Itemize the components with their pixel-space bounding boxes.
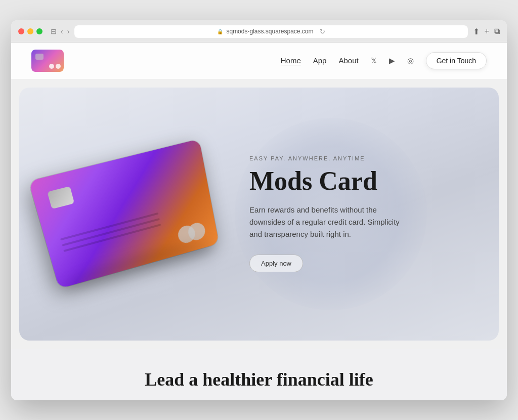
hero-eyebrow: EASY PAY. ANYWHERE. ANYTIME — [249, 155, 401, 161]
nav-home[interactable]: Home — [281, 56, 301, 65]
logo-dot-left — [49, 64, 54, 69]
website-content: Home App About 𝕏 ▶ ◎ Get in Touch — [11, 43, 507, 400]
traffic-lights — [18, 28, 42, 34]
instagram-icon[interactable]: ◎ — [407, 56, 414, 65]
browser-window: ⊟ ‹ › 🔒 sqmods-glass.squarespace.com ↻ ⬆… — [11, 20, 507, 400]
nav-about[interactable]: About — [338, 56, 358, 65]
twitter-icon[interactable]: 𝕏 — [371, 56, 377, 65]
share-icon[interactable]: ⬆ — [473, 27, 480, 36]
below-fold-title: Lead a healthier financial life — [31, 369, 487, 390]
hero-content: EASY PAY. ANYWHERE. ANYTIME Mods Card Ea… — [249, 155, 421, 272]
card-visual — [29, 139, 220, 288]
maximize-button[interactable] — [36, 28, 42, 34]
address-bar[interactable]: 🔒 sqmods-glass.squarespace.com ↻ — [74, 25, 467, 38]
logo-chip — [35, 54, 44, 60]
browser-nav-controls: ⊟ ‹ › — [51, 27, 69, 35]
hero-section: EASY PAY. ANYWHERE. ANYTIME Mods Card Ea… — [19, 88, 499, 341]
youtube-icon[interactable]: ▶ — [389, 56, 395, 65]
nav-app[interactable]: App — [313, 56, 327, 65]
browser-actions: ⬆ + ⧉ — [473, 27, 500, 36]
refresh-icon[interactable]: ↻ — [320, 28, 325, 35]
close-button[interactable] — [18, 28, 24, 34]
logo-dots — [49, 64, 61, 69]
hero-title: Mods Card — [249, 166, 401, 195]
browser-chrome: ⊟ ‹ › 🔒 sqmods-glass.squarespace.com ↻ ⬆… — [11, 20, 507, 43]
navbar: Home App About 𝕏 ▶ ◎ Get in Touch — [11, 43, 507, 79]
nav-links: Home App About 𝕏 ▶ ◎ Get in Touch — [281, 52, 487, 69]
back-button[interactable]: ‹ — [61, 27, 63, 35]
tabs-icon[interactable]: ⧉ — [494, 27, 500, 36]
forward-button[interactable]: › — [67, 27, 70, 35]
new-tab-icon[interactable]: + — [485, 27, 489, 36]
apply-now-button[interactable]: Apply now — [249, 255, 303, 272]
hero-description: Earn rewards and benefits without the do… — [249, 204, 401, 240]
logo-dot-right — [56, 64, 61, 69]
logo[interactable] — [31, 50, 64, 72]
lock-icon: 🔒 — [217, 29, 223, 34]
sidebar-toggle-icon[interactable]: ⊟ — [51, 27, 57, 35]
get-in-touch-button[interactable]: Get in Touch — [426, 52, 487, 69]
minimize-button[interactable] — [27, 28, 33, 34]
url-text: sqmods-glass.squarespace.com — [226, 28, 313, 35]
below-fold-section: Lead a healthier financial life — [11, 349, 507, 400]
